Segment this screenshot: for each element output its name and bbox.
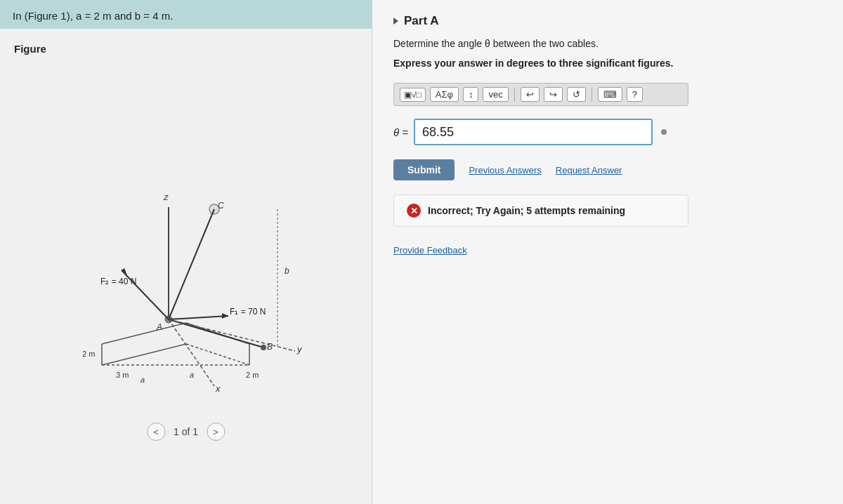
page-indicator: 1 of 1 xyxy=(174,426,198,437)
incorrect-icon: ✕ xyxy=(407,204,421,218)
answer-row: θ = xyxy=(393,119,822,145)
submit-button[interactable]: Submit xyxy=(393,159,455,180)
help-button[interactable]: ? xyxy=(627,87,643,102)
svg-text:z: z xyxy=(163,192,169,202)
svg-text:2 m: 2 m xyxy=(82,350,95,358)
redo-button[interactable]: ↪ xyxy=(544,87,563,102)
submit-row: Submit Previous Answers Request Answer xyxy=(393,159,822,180)
question-line1: Determine the angle θ between the two ca… xyxy=(393,38,822,49)
svg-line-4 xyxy=(186,344,249,365)
incorrect-message: Incorrect; Try Again; 5 attempts remaini… xyxy=(428,205,625,216)
matrix-button[interactable]: ▣√□ xyxy=(400,88,426,102)
part-header: Part A xyxy=(393,14,822,28)
question-line2: Express your answer in degrees to three … xyxy=(393,58,822,69)
keyboard-button[interactable]: ⌨ xyxy=(598,87,622,102)
svg-text:x: x xyxy=(215,383,221,394)
figure-area: Figure z A C F xyxy=(0,29,372,504)
sort-button[interactable]: ↕ xyxy=(463,87,479,102)
request-answer-link[interactable]: Request Answer xyxy=(556,165,622,175)
vec-button[interactable]: vec xyxy=(483,87,508,102)
provide-feedback-link[interactable]: Provide Feedback xyxy=(393,245,822,256)
cursor-indicator xyxy=(661,129,667,135)
answer-input[interactable] xyxy=(414,119,653,145)
incorrect-box: ✕ Incorrect; Try Again; 5 attempts remai… xyxy=(393,194,688,227)
svg-text:y: y xyxy=(296,344,303,354)
svg-text:a: a xyxy=(190,371,194,379)
svg-line-19 xyxy=(169,209,214,319)
toolbar-separator xyxy=(514,88,515,102)
answer-toolbar: ▣√□ ΑΣφ ↕ vec ↩ ↪ ↺ ⌨ ? xyxy=(393,83,688,106)
svg-text:B: B xyxy=(267,342,273,352)
part-label: Part A xyxy=(404,14,438,28)
undo-button[interactable]: ↩ xyxy=(521,87,540,102)
collapse-icon[interactable] xyxy=(393,18,398,25)
svg-line-3 xyxy=(102,344,186,365)
refresh-button[interactable]: ↺ xyxy=(567,87,586,102)
svg-text:A: A xyxy=(156,322,162,332)
nav-controls: < 1 of 1 > xyxy=(147,423,225,441)
svg-text:3 m: 3 m xyxy=(116,371,129,379)
svg-marker-17 xyxy=(222,313,228,319)
incorrect-text: Incorrect; Try Again; 5 attempts remaini… xyxy=(428,205,625,216)
next-button[interactable]: > xyxy=(207,423,225,441)
ase-button[interactable]: ΑΣφ xyxy=(430,87,459,102)
svg-line-20 xyxy=(169,319,263,347)
left-panel: In (Figure 1), a = 2 m and b = 4 m. Figu… xyxy=(0,0,372,504)
svg-text:b: b xyxy=(285,266,289,276)
svg-text:F₂ = 40 N: F₂ = 40 N xyxy=(100,277,136,286)
figure-label: Figure xyxy=(14,43,46,55)
theta-label: θ = xyxy=(393,126,408,138)
figure-diagram: z A C F₂ = 40 N F₁ = 70 N B xyxy=(46,133,327,400)
svg-point-21 xyxy=(261,345,266,350)
header-text: In (Figure 1), a = 2 m and b = 4 m. xyxy=(13,10,173,22)
right-panel: Part A Determine the angle θ between the… xyxy=(372,0,843,504)
toolbar-separator-2 xyxy=(592,88,592,102)
svg-line-28 xyxy=(169,319,295,351)
previous-answers-link[interactable]: Previous Answers xyxy=(469,165,541,175)
svg-text:2 m: 2 m xyxy=(246,371,259,379)
svg-text:a: a xyxy=(140,376,145,384)
svg-text:F₁ = 70 N: F₁ = 70 N xyxy=(230,307,266,317)
svg-text:C: C xyxy=(218,201,224,211)
svg-line-16 xyxy=(169,316,228,319)
prev-button[interactable]: < xyxy=(147,423,165,441)
problem-statement: In (Figure 1), a = 2 m and b = 4 m. xyxy=(0,0,372,29)
